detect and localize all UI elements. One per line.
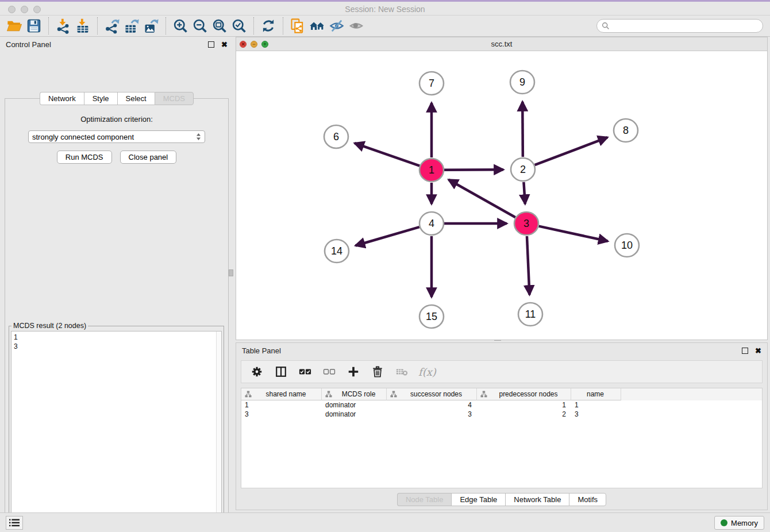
tab-style[interactable]: Style xyxy=(84,92,117,105)
select-all-icon[interactable] xyxy=(298,364,313,379)
node-8[interactable]: 8 xyxy=(614,119,638,142)
task-history-button[interactable] xyxy=(6,516,23,530)
node-2[interactable]: 2 xyxy=(511,158,535,181)
column-header-predecessor-nodes[interactable]: predecessor nodes xyxy=(477,388,571,400)
svg-text:6: 6 xyxy=(333,131,339,142)
export-image-icon[interactable] xyxy=(141,17,161,35)
import-network-icon[interactable] xyxy=(53,17,73,35)
float-table-panel-icon[interactable] xyxy=(742,348,748,354)
duplicate-network-icon[interactable] xyxy=(288,17,307,35)
show-columns-icon[interactable] xyxy=(274,364,288,379)
delete-table-icon[interactable] xyxy=(394,364,409,379)
tab-network[interactable]: Network xyxy=(40,92,84,105)
save-session-icon[interactable] xyxy=(24,17,44,35)
table-panel-title: Table Panel xyxy=(242,346,742,355)
node-table[interactable]: shared name MCDS role successor nodes pr… xyxy=(241,388,763,488)
close-panel-button[interactable]: Close panel xyxy=(120,151,177,164)
cell-successor-nodes[interactable]: 3 xyxy=(387,410,477,419)
tab-motifs[interactable]: Motifs xyxy=(569,493,606,506)
add-column-icon[interactable] xyxy=(346,364,361,379)
run-mcds-button[interactable]: Run MCDS xyxy=(57,151,112,164)
zoom-selected-icon[interactable] xyxy=(229,17,249,35)
cell-successor-nodes[interactable]: 4 xyxy=(387,400,477,410)
tab-network-table[interactable]: Network Table xyxy=(505,493,569,506)
list-icon xyxy=(9,519,20,527)
node-4[interactable]: 4 xyxy=(419,212,444,235)
table-settings-gear-icon[interactable] xyxy=(249,364,264,379)
export-table-icon[interactable] xyxy=(122,17,141,35)
column-header-name[interactable]: name xyxy=(571,388,621,400)
apply-layout-icon[interactable] xyxy=(259,17,278,35)
network-canvas[interactable]: 7968124314101511 xyxy=(236,51,767,340)
search-field[interactable] xyxy=(596,19,763,33)
export-network-icon[interactable] xyxy=(102,17,122,35)
tab-node-table[interactable]: Node Table xyxy=(397,493,452,506)
edge-4-14[interactable] xyxy=(356,227,419,245)
node-15[interactable]: 15 xyxy=(419,305,444,328)
dropdown-updown-icon xyxy=(196,133,201,140)
delete-column-trash-icon[interactable] xyxy=(370,364,385,379)
cell-predecessor-nodes[interactable]: 1 xyxy=(477,400,571,410)
node-1[interactable]: 1 xyxy=(419,159,444,182)
mcds-result-title: MCDS result (2 nodes) xyxy=(11,322,88,330)
table-row[interactable]: 3 dominator 3 2 3 xyxy=(241,410,762,419)
cell-name[interactable]: 3 xyxy=(571,410,621,419)
svg-text:10: 10 xyxy=(621,240,633,251)
import-table-icon[interactable] xyxy=(73,17,93,35)
cell-shared-name[interactable]: 3 xyxy=(241,410,322,419)
edge-3-1[interactable] xyxy=(449,180,515,218)
edge-3-10[interactable] xyxy=(538,226,607,241)
cell-name[interactable]: 1 xyxy=(571,400,621,410)
edge-1-2[interactable] xyxy=(444,169,503,170)
close-table-panel-icon[interactable]: ✖ xyxy=(755,346,761,355)
network-window-titlebar[interactable]: ✕ − + scc.txt xyxy=(236,37,767,51)
cell-mcds-role[interactable]: dominator xyxy=(322,400,387,410)
show-panel-eye-icon[interactable] xyxy=(346,17,366,35)
node-9[interactable]: 9 xyxy=(510,71,534,94)
mcds-result-textarea[interactable]: 1 3 xyxy=(11,331,222,532)
vertical-split-handle[interactable] xyxy=(229,269,233,276)
node-3[interactable]: 3 xyxy=(514,212,538,235)
svg-text:8: 8 xyxy=(623,125,629,136)
zoom-out-icon[interactable] xyxy=(190,17,210,35)
result-line: 1 xyxy=(14,333,219,342)
deselect-all-icon[interactable] xyxy=(322,364,337,379)
open-session-icon[interactable] xyxy=(5,17,24,35)
result-scrollbar[interactable] xyxy=(216,331,221,532)
cell-predecessor-nodes[interactable]: 2 xyxy=(477,410,571,419)
memory-button[interactable]: Memory xyxy=(714,516,764,530)
float-panel-icon[interactable] xyxy=(208,41,214,48)
node-7[interactable]: 7 xyxy=(419,72,444,95)
column-header-shared-name[interactable]: shared name xyxy=(241,388,322,400)
cell-shared-name[interactable]: 1 xyxy=(241,400,322,410)
cell-mcds-role[interactable]: dominator xyxy=(322,410,387,419)
node-10[interactable]: 10 xyxy=(615,234,639,257)
table-header-row: shared name MCDS role successor nodes pr… xyxy=(241,388,762,400)
edge-1-6[interactable] xyxy=(355,143,419,166)
column-header-mcds-role[interactable]: MCDS role xyxy=(322,388,387,400)
network-title: scc.txt xyxy=(236,40,767,48)
edge-2-8[interactable] xyxy=(535,137,608,165)
edge-3-11[interactable] xyxy=(527,236,530,295)
column-header-successor-nodes[interactable]: successor nodes xyxy=(387,388,477,400)
svg-text:11: 11 xyxy=(525,309,536,320)
result-line: 3 xyxy=(14,342,219,351)
search-input[interactable] xyxy=(610,22,763,30)
close-panel-icon[interactable]: ✖ xyxy=(221,40,228,49)
table-row[interactable]: 1 dominator 4 1 1 xyxy=(241,400,762,410)
edge-2-9[interactable] xyxy=(522,102,523,157)
node-14[interactable]: 14 xyxy=(325,240,349,263)
node-6[interactable]: 6 xyxy=(324,125,348,148)
criterion-dropdown[interactable]: strongly connected component xyxy=(28,130,205,143)
zoom-fit-icon[interactable] xyxy=(210,17,229,35)
hide-panel-eye-icon[interactable] xyxy=(327,17,346,35)
zoom-in-icon[interactable] xyxy=(171,17,190,35)
criterion-value: strongly connected component xyxy=(32,133,196,141)
function-builder-icon[interactable]: f(x) xyxy=(418,366,436,378)
tab-mcds[interactable]: MCDS xyxy=(155,92,194,105)
tab-edge-table[interactable]: Edge Table xyxy=(451,493,505,506)
tab-select[interactable]: Select xyxy=(117,92,155,105)
home-cyndex-icon[interactable] xyxy=(307,17,327,35)
node-11[interactable]: 11 xyxy=(518,303,542,326)
edge-2-3[interactable] xyxy=(523,182,525,204)
